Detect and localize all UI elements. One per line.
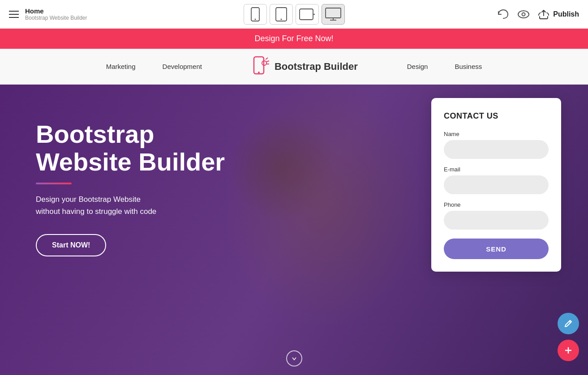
hero-section: BootstrapWebsite Builder Design your Boo…	[0, 85, 588, 375]
add-fab-button[interactable]	[558, 340, 579, 361]
name-label: Name	[444, 131, 549, 137]
svg-line-14	[266, 61, 269, 62]
topbar: Home Bootstrap Website Builder	[0, 0, 588, 29]
svg-point-10	[522, 13, 525, 16]
site-nav-items: Marketing Development Bootstrap Builder …	[106, 55, 482, 78]
svg-rect-4	[300, 9, 313, 20]
promo-text: Design For Free Now!	[254, 34, 333, 43]
svg-point-1	[254, 18, 256, 20]
svg-point-3	[280, 18, 282, 20]
contact-card: CONTACT US Name E-mail Phone SEND	[431, 98, 561, 272]
name-field-group: Name	[444, 131, 549, 159]
device-tablet-button[interactable]	[270, 4, 293, 25]
preview-button[interactable]	[517, 9, 530, 20]
fab-container	[558, 313, 579, 361]
hero-divider	[36, 183, 72, 184]
svg-line-13	[266, 58, 268, 60]
hero-content: BootstrapWebsite Builder Design your Boo…	[36, 120, 225, 256]
undo-button[interactable]	[497, 9, 509, 20]
topbar-left: Home Bootstrap Website Builder	[9, 7, 87, 21]
contact-title: CONTACT US	[444, 111, 549, 121]
device-switcher	[244, 4, 345, 25]
hero-cta-button[interactable]: Start NOW!	[36, 234, 106, 256]
device-desktop-button[interactable]	[322, 4, 345, 25]
svg-point-9	[518, 11, 529, 18]
edit-fab-button[interactable]	[558, 313, 579, 334]
nav-design[interactable]: Design	[407, 63, 428, 70]
svg-rect-6	[326, 8, 341, 18]
promo-bar[interactable]: Design For Free Now!	[0, 29, 588, 49]
svg-point-12	[258, 72, 260, 73]
email-input[interactable]	[444, 175, 549, 194]
topbar-title: Home Bootstrap Website Builder	[25, 7, 87, 21]
hero-title: BootstrapWebsite Builder	[36, 120, 225, 175]
device-tablet-landscape-button[interactable]	[296, 4, 319, 25]
send-button[interactable]: SEND	[444, 239, 549, 259]
svg-rect-11	[254, 57, 264, 74]
topbar-right: Publish	[497, 9, 579, 20]
nav-development[interactable]: Development	[163, 63, 202, 70]
svg-point-5	[313, 13, 315, 15]
email-field-group: E-mail	[444, 166, 549, 194]
phone-input[interactable]	[444, 211, 549, 230]
site-navbar: Marketing Development Bootstrap Builder …	[0, 49, 588, 85]
scroll-indicator	[286, 350, 302, 366]
svg-line-17	[569, 321, 571, 323]
nav-business[interactable]: Business	[455, 63, 482, 70]
phone-label: Phone	[444, 201, 549, 208]
site-logo: Bootstrap Builder	[251, 55, 358, 78]
publish-button[interactable]: Publish	[538, 9, 579, 20]
site-title: Home	[25, 7, 87, 15]
site-subtitle: Bootstrap Website Builder	[25, 15, 87, 21]
site-logo-text: Bootstrap Builder	[275, 61, 358, 72]
device-mobile-button[interactable]	[244, 4, 267, 25]
publish-label: Publish	[553, 10, 579, 18]
email-label: E-mail	[444, 166, 549, 173]
nav-marketing[interactable]: Marketing	[106, 63, 136, 70]
hamburger-menu[interactable]	[9, 11, 19, 18]
phone-field-group: Phone	[444, 201, 549, 230]
name-input[interactable]	[444, 140, 549, 159]
hero-subtitle: Design your Bootstrap Websitewithout hav…	[36, 193, 215, 217]
